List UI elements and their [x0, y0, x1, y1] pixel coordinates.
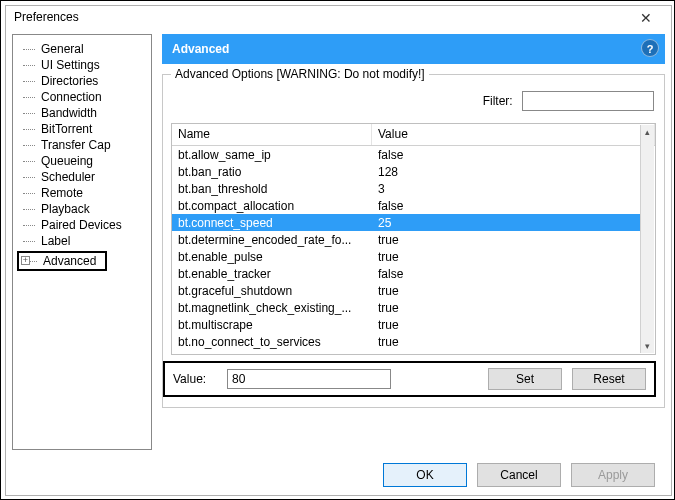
advanced-options-group: Advanced Options [WARNING: Do not modify…: [162, 74, 665, 408]
window-title: Preferences: [14, 10, 79, 24]
cell-value: false: [372, 148, 641, 162]
table-row[interactable]: bt.enable_trackerfalse: [172, 265, 641, 282]
cell-value: true: [372, 250, 641, 264]
table-row[interactable]: bt.no_connect_to_servicestrue: [172, 333, 641, 350]
sidebar-item-queueing[interactable]: Queueing: [17, 153, 151, 169]
sidebar-item-bandwidth[interactable]: Bandwidth: [17, 105, 151, 121]
cell-name: bt.multiscrape: [172, 318, 372, 332]
scroll-up-icon[interactable]: ▴: [641, 125, 654, 139]
table-row[interactable]: bt.allow_same_ipfalse: [172, 146, 641, 163]
sidebar-item-bittorrent[interactable]: BitTorrent: [17, 121, 151, 137]
close-icon[interactable]: ✕: [629, 8, 663, 30]
sidebar-item-advanced[interactable]: + Advanced: [17, 251, 107, 271]
column-header-name[interactable]: Name: [172, 124, 372, 145]
help-icon[interactable]: ?: [641, 39, 659, 57]
cell-name: bt.enable_pulse: [172, 250, 372, 264]
reset-button[interactable]: Reset: [572, 368, 646, 390]
cell-name: bt.allow_same_ip: [172, 148, 372, 162]
cell-name: bt.compact_allocation: [172, 199, 372, 213]
filter-label: Filter:: [483, 94, 513, 108]
sidebar-item-label[interactable]: Label: [17, 233, 151, 249]
table-row[interactable]: bt.ban_threshold3: [172, 180, 641, 197]
sidebar-item-general[interactable]: General: [17, 41, 151, 57]
scroll-down-icon[interactable]: ▾: [641, 339, 654, 353]
cell-name: bt.no_connect_to_services: [172, 335, 372, 349]
options-table[interactable]: Name Value bt.allow_same_ipfalsebt.ban_r…: [171, 123, 656, 355]
cell-name: bt.determine_encoded_rate_fo...: [172, 233, 372, 247]
cell-value: true: [372, 284, 641, 298]
cell-value: true: [372, 233, 641, 247]
table-row[interactable]: bt.enable_pulsetrue: [172, 248, 641, 265]
cell-value: false: [372, 267, 641, 281]
column-header-value[interactable]: Value: [372, 124, 655, 145]
cell-name: bt.enable_tracker: [172, 267, 372, 281]
cell-name: bt.graceful_shutdown: [172, 284, 372, 298]
cell-value: 128: [372, 165, 641, 179]
table-row[interactable]: bt.ban_ratio128: [172, 163, 641, 180]
cancel-button[interactable]: Cancel: [477, 463, 561, 487]
set-button[interactable]: Set: [488, 368, 562, 390]
table-row[interactable]: bt.compact_allocationfalse: [172, 197, 641, 214]
ok-button[interactable]: OK: [383, 463, 467, 487]
table-row[interactable]: bt.magnetlink_check_existing_...true: [172, 299, 641, 316]
expand-icon[interactable]: +: [21, 256, 30, 265]
sidebar-item-paired-devices[interactable]: Paired Devices: [17, 217, 151, 233]
table-row[interactable]: bt.graceful_shutdowntrue: [172, 282, 641, 299]
group-label: Advanced Options [WARNING: Do not modify…: [171, 67, 429, 81]
cell-value: 25: [372, 216, 641, 230]
sidebar-item-remote[interactable]: Remote: [17, 185, 151, 201]
sidebar-item-directories[interactable]: Directories: [17, 73, 151, 89]
cell-name: bt.ban_threshold: [172, 182, 372, 196]
sidebar-item-transfer-cap[interactable]: Transfer Cap: [17, 137, 151, 153]
cell-name: bt.connect_speed: [172, 216, 372, 230]
category-tree[interactable]: General UI Settings Directories Connecti…: [12, 34, 152, 450]
table-row[interactable]: bt.multiscrapetrue: [172, 316, 641, 333]
apply-button[interactable]: Apply: [571, 463, 655, 487]
cell-name: bt.ban_ratio: [172, 165, 372, 179]
titlebar: Preferences ✕: [6, 6, 671, 32]
sidebar-item-scheduler[interactable]: Scheduler: [17, 169, 151, 185]
cell-name: bt.magnetlink_check_existing_...: [172, 301, 372, 315]
filter-input[interactable]: [522, 91, 654, 111]
preferences-dialog: Preferences ✕ General UI Settings Direct…: [5, 5, 672, 496]
sidebar-item-playback[interactable]: Playback: [17, 201, 151, 217]
value-editor-row: Value: Set Reset: [163, 361, 656, 397]
scrollbar[interactable]: ▴ ▾: [640, 125, 654, 353]
panel-title: Advanced: [172, 42, 229, 56]
cell-value: 3: [372, 182, 641, 196]
cell-value: false: [372, 199, 641, 213]
value-input[interactable]: [227, 369, 391, 389]
cell-value: true: [372, 301, 641, 315]
sidebar-item-ui-settings[interactable]: UI Settings: [17, 57, 151, 73]
table-row[interactable]: bt.determine_encoded_rate_fo...true: [172, 231, 641, 248]
sidebar-item-label: Advanced: [43, 254, 96, 268]
panel-banner: Advanced ?: [162, 34, 665, 64]
value-label: Value:: [173, 372, 217, 386]
cell-value: true: [372, 335, 641, 349]
sidebar-item-connection[interactable]: Connection: [17, 89, 151, 105]
table-row[interactable]: bt.connect_speed25: [172, 214, 641, 231]
cell-value: true: [372, 318, 641, 332]
